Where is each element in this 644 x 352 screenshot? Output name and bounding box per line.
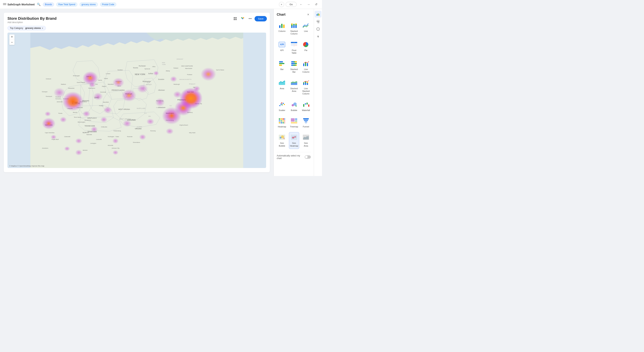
svg-rect-172 [279,65,282,66]
svg-text:Mansfield: Mansfield [103,101,109,103]
zoom-in-button[interactable]: + [9,34,14,40]
chart-type-heatmap[interactable]: Heatmap [277,116,287,130]
refresh-button[interactable]: ↺ [313,1,319,7]
svg-point-225 [281,135,284,138]
chart-type-geo-area[interactable]: Geo Area [301,132,311,149]
svg-text:Jonesboro: Jonesboro [42,147,48,149]
chart-type-line[interactable]: Line [301,20,311,37]
chart-type-grid: Column Stacked Column Line [277,20,311,149]
chart-type-pivot-table[interactable]: Pivot Table [289,39,300,56]
tag-raw-total-spend[interactable]: Raw Total Spend [56,2,77,6]
svg-text:Dubuque: Dubuque [42,91,47,93]
svg-point-125 [137,84,148,93]
forward-button[interactable]: → [306,1,312,7]
svg-text:Clarksville: Clarksville [64,136,70,137]
svg-rect-158 [295,23,297,24]
info-button[interactable]: i [315,26,322,32]
app-title: SafeGraph Worksheet [8,3,35,6]
svg-rect-212 [281,122,282,123]
svg-point-191 [280,103,282,105]
chart-type-funnel[interactable]: Funnel [301,116,311,130]
auto-select-label: Automatically select my chart [277,154,305,160]
clear-button[interactable]: × [279,2,284,7]
table-view-button[interactable] [232,16,238,21]
tag-postal-code[interactable]: Postal Code [100,2,116,6]
settings-button[interactable] [315,18,322,25]
chart-type-waterfall[interactable]: Waterfall [301,99,311,113]
svg-text:MARYLAND: MARYLAND [137,107,145,109]
lightning-button[interactable] [315,33,322,40]
chart-type-bubble[interactable]: Bubble [289,99,300,113]
chart-type-line-column[interactable]: Line Column [301,58,311,75]
search-icon[interactable]: 🔍 [37,2,40,6]
svg-rect-152 [291,24,292,26]
worksheet-card: Store Distribution By Brand Add descript… [4,13,270,172]
svg-point-198 [295,105,297,107]
pie-label: Pie [304,49,308,52]
svg-point-120 [42,118,56,129]
svg-rect-156 [295,25,297,28]
svg-text:Toronto: Toronto [133,67,138,69]
map-container[interactable]: + − [8,32,266,168]
svg-rect-235 [319,14,320,16]
chart-close-button[interactable]: × [306,12,311,17]
chart-type-area[interactable]: Area [277,77,287,97]
zoom-out-button[interactable]: − [9,40,14,45]
line-label: Line [304,30,308,32]
svg-rect-216 [295,118,297,120]
svg-rect-199 [303,104,304,107]
filter-label: Top Category [10,27,23,29]
chart-type-stacked-area[interactable]: Stacked Area [289,77,300,97]
go-button[interactable]: Go [286,2,297,7]
chart-type-stacked-column[interactable]: Stacked Column [289,20,300,37]
kpi-icon: KPI [278,41,286,48]
chart-type-geo-heatmap[interactable]: Geo Heatmap [289,132,300,149]
chart-type-treemap[interactable]: Treemap [289,116,300,130]
svg-rect-7 [243,17,244,18]
svg-rect-155 [293,24,294,25]
area-label: Area [280,87,284,90]
chart-type-column[interactable]: Column [277,20,287,37]
svg-rect-171 [279,63,284,64]
scatter-label: Scatter [279,109,285,112]
svg-text:Louisville: Louisville [96,139,102,140]
settings-view-button[interactable] [240,16,246,21]
waterfall-icon [302,101,310,108]
main-layout: Store Distribution By Brand Add descript… [0,9,322,176]
bubble-icon [290,101,298,108]
svg-rect-182 [305,62,306,66]
worksheet-description[interactable]: Add description [8,21,266,24]
tag-grocery-stores[interactable]: grocery stores [80,2,98,6]
back-button[interactable]: ← [298,1,304,7]
svg-point-124 [93,93,103,100]
auto-select-toggle[interactable] [305,155,311,159]
svg-text:VIRGINIA: VIRGINIA [135,128,142,130]
more-options-button[interactable]: ••• [247,16,253,21]
filter-badge[interactable]: Top Category grocery stores ▼ [8,26,46,30]
funnel-label: Funnel [303,125,309,128]
svg-rect-217 [295,120,297,122]
save-button[interactable]: Save [254,16,267,21]
svg-point-139 [170,76,177,82]
chart-type-bar[interactable]: Bar [277,58,287,75]
tag-brands[interactable]: Brands [43,2,54,6]
kpi-label: KPI [280,49,284,52]
auto-select-row: Automatically select my chart [277,152,311,160]
chart-type-geo-bubble[interactable]: Geo Bubble [277,132,287,149]
chart-view-button[interactable] [315,11,322,17]
chart-type-kpi[interactable]: KPI KPI [277,39,287,56]
svg-text:Johnson City: Johnson City [112,147,120,149]
svg-text:VERMONT: VERMONT [176,58,183,60]
chart-type-scatter[interactable]: Scatter [277,99,287,113]
svg-text:Allentown: Allentown [158,89,165,91]
content-area: Store Distribution By Brand Add descript… [0,9,274,176]
map-svg: ILLINOIS INDIANA OHIO PENNSYLVANIA NEW Y… [8,32,266,168]
chart-type-pie[interactable]: Pie [301,39,311,56]
chart-type-line-stacked-column[interactable]: Line Stacked Column [301,77,311,97]
svg-rect-151 [291,26,292,28]
map-attribution: © Mapbox © OpenStreetMap Improve this ma… [9,165,44,167]
svg-rect-163 [294,43,297,44]
chart-type-stacked-bar[interactable]: Stacked Bar [289,58,300,75]
svg-point-143 [100,117,107,123]
svg-text:Asheville: Asheville [108,145,113,146]
